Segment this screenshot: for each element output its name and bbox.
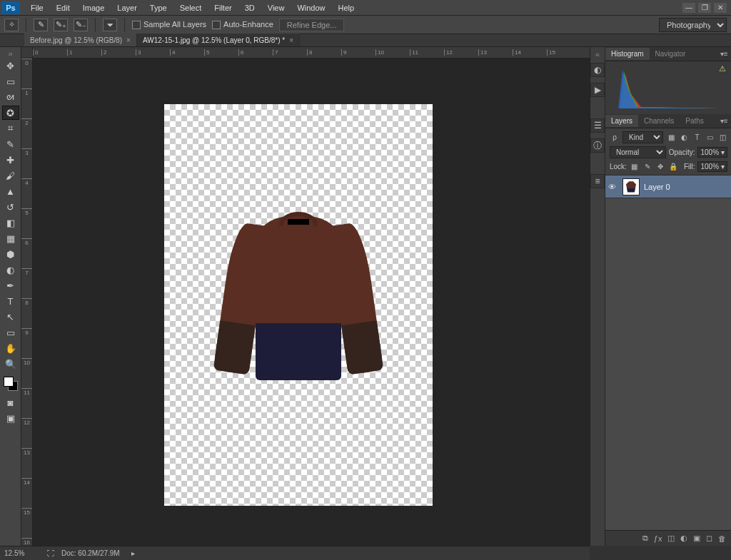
layer-name-label[interactable]: Layer 0 <box>644 183 670 191</box>
menu-select[interactable]: Select <box>173 1 208 14</box>
close-tab-icon[interactable]: × <box>289 36 293 44</box>
horizontal-ruler[interactable]: 0123456789101112131415161718 <box>33 47 590 58</box>
menu-filter[interactable]: Filter <box>208 1 238 14</box>
foreground-color-swatch[interactable] <box>4 377 14 387</box>
add-selection-icon[interactable]: ✎₊ <box>54 19 68 31</box>
pen-tool[interactable]: ✒ <box>2 278 19 292</box>
refine-edge-button[interactable]: Refine Edge... <box>279 19 345 31</box>
lock-all-icon[interactable]: 🔒 <box>668 162 678 172</box>
eyedropper-tool[interactable]: ✎ <box>2 137 19 151</box>
link-layers-icon[interactable]: ⧉ <box>642 534 648 543</box>
group-layers-icon[interactable]: ▣ <box>693 534 700 543</box>
brush-picker-icon[interactable]: ⏷ <box>103 19 117 31</box>
ruler-origin[interactable] <box>21 47 33 58</box>
layer-thumbnail[interactable] <box>622 178 640 195</box>
filter-adjustment-icon[interactable]: ◐ <box>679 133 689 143</box>
expand-icon[interactable]: ⛶ <box>47 549 54 557</box>
character-panel-icon[interactable]: ≡ <box>590 174 605 188</box>
dodge-tool[interactable]: ◐ <box>2 263 19 277</box>
restore-button[interactable]: ❐ <box>698 3 711 13</box>
layer-row[interactable]: 👁 Layer 0 <box>605 175 731 198</box>
marquee-tool[interactable]: ▭ <box>2 74 19 88</box>
eraser-tool[interactable]: ◧ <box>2 215 19 230</box>
layer-fx-icon[interactable]: ƒx <box>654 534 662 543</box>
menu-edit[interactable]: Edit <box>50 1 76 14</box>
healing-brush-tool[interactable]: ✚ <box>2 153 19 167</box>
canvas-area[interactable]: 0123456789101112131415161718 01234567891… <box>21 47 590 546</box>
path-selection-tool[interactable]: ↖ <box>2 310 19 324</box>
adjustment-layer-icon[interactable]: ◐ <box>680 534 687 543</box>
menu-help[interactable]: Help <box>332 1 361 14</box>
new-selection-icon[interactable]: ✎ <box>34 19 48 31</box>
crop-tool[interactable]: ⌗ <box>2 121 19 136</box>
doc-size-label[interactable]: Doc: 60.2M/27.9M <box>61 549 120 557</box>
layer-visibility-icon[interactable]: 👁 <box>608 183 618 191</box>
collapse-toolbox-icon[interactable]: » <box>4 50 18 57</box>
menu-image[interactable]: Image <box>76 1 111 14</box>
clone-stamp-tool[interactable]: ▲ <box>2 184 19 198</box>
search-icon[interactable]: ρ <box>610 133 620 143</box>
subtract-selection-icon[interactable]: ✎₋ <box>74 19 88 31</box>
filter-smart-icon[interactable]: ◫ <box>717 133 727 143</box>
actions-panel-icon[interactable]: ▶ <box>590 83 605 97</box>
quick-selection-tool[interactable]: ✪ <box>2 106 19 120</box>
panel-menu-icon[interactable]: ▾≡ <box>716 50 731 58</box>
histogram-tab[interactable]: Histogram <box>605 48 650 60</box>
panel-menu-icon[interactable]: ▾≡ <box>716 117 731 125</box>
gradient-tool[interactable]: ▦ <box>2 231 19 245</box>
opacity-input[interactable]: 100%▾ <box>697 147 727 158</box>
quick-mask-tool[interactable]: ◙ <box>2 395 19 409</box>
menu-window[interactable]: Window <box>291 1 331 14</box>
delete-layer-icon[interactable]: 🗑 <box>718 534 726 543</box>
filter-shape-icon[interactable]: ▭ <box>705 133 715 143</box>
status-menu-icon[interactable]: ▸ <box>131 549 135 557</box>
layer-mask-icon[interactable]: ◫ <box>667 534 675 543</box>
channels-tab[interactable]: Channels <box>638 115 680 127</box>
layers-tab[interactable]: Layers <box>605 115 638 127</box>
lock-transparency-icon[interactable]: ▦ <box>630 162 640 172</box>
menu-layer[interactable]: Layer <box>111 1 143 14</box>
document-tab[interactable]: Before.jpg @ 12.5% (RGB/8) × <box>24 34 137 46</box>
info-panel-icon[interactable]: ⓘ <box>590 138 605 153</box>
vertical-ruler[interactable]: 012345678910111213141516 <box>21 58 33 546</box>
properties-panel-icon[interactable]: ☰ <box>590 118 605 133</box>
lock-position-icon[interactable]: ✥ <box>655 162 665 172</box>
lasso-tool[interactable]: ᘛ <box>2 90 19 104</box>
lock-pixels-icon[interactable]: ✎ <box>642 162 652 172</box>
blur-tool[interactable]: ⬢ <box>2 247 19 261</box>
hand-tool[interactable]: ✋ <box>2 341 19 355</box>
menu-view[interactable]: View <box>261 1 291 14</box>
paths-tab[interactable]: Paths <box>680 115 710 127</box>
filter-type-icon[interactable]: T <box>692 133 702 143</box>
move-tool[interactable]: ✥ <box>2 58 19 73</box>
collapse-dock-icon[interactable]: « <box>595 50 600 57</box>
histogram-warning-icon[interactable]: ⚠ <box>719 64 726 73</box>
layer-filter-select[interactable]: Kind <box>622 131 663 143</box>
close-button[interactable]: ✕ <box>714 3 727 13</box>
sample-all-layers-checkbox[interactable]: Sample All Layers <box>132 20 206 29</box>
new-layer-icon[interactable]: ◻ <box>706 534 712 543</box>
minimize-button[interactable]: — <box>682 3 695 13</box>
menu-file[interactable]: File <box>24 1 50 14</box>
zoom-tool[interactable]: 🔍 <box>2 357 19 371</box>
blend-mode-select[interactable]: Normal <box>610 146 666 158</box>
history-brush-tool[interactable]: ↺ <box>2 200 19 214</box>
document-tab[interactable]: AW12-15-1.jpg @ 12.5% (Layer 0, RGB/8*) … <box>137 34 300 46</box>
type-tool[interactable]: T <box>2 294 19 308</box>
fill-input[interactable]: 100%▾ <box>697 161 727 172</box>
auto-enhance-checkbox[interactable]: Auto-Enhance <box>212 20 273 29</box>
tool-preset-icon[interactable]: ✧ <box>4 19 19 31</box>
zoom-level[interactable]: 12.5% <box>4 549 40 557</box>
adjustments-panel-icon[interactable]: ◐ <box>590 63 605 77</box>
menu-3d[interactable]: 3D <box>238 1 261 14</box>
brush-tool[interactable]: 🖌 <box>2 168 19 183</box>
menu-type[interactable]: Type <box>143 1 173 14</box>
shape-tool[interactable]: ▭ <box>2 325 19 340</box>
color-swatches[interactable] <box>2 375 19 394</box>
workspace-switcher[interactable]: Photography <box>659 18 727 32</box>
document-canvas[interactable] <box>164 104 433 506</box>
screen-mode-tool[interactable]: ▣ <box>2 411 19 425</box>
close-tab-icon[interactable]: × <box>126 36 131 44</box>
navigator-tab[interactable]: Navigator <box>650 48 692 60</box>
filter-pixel-icon[interactable]: ▦ <box>666 133 676 143</box>
